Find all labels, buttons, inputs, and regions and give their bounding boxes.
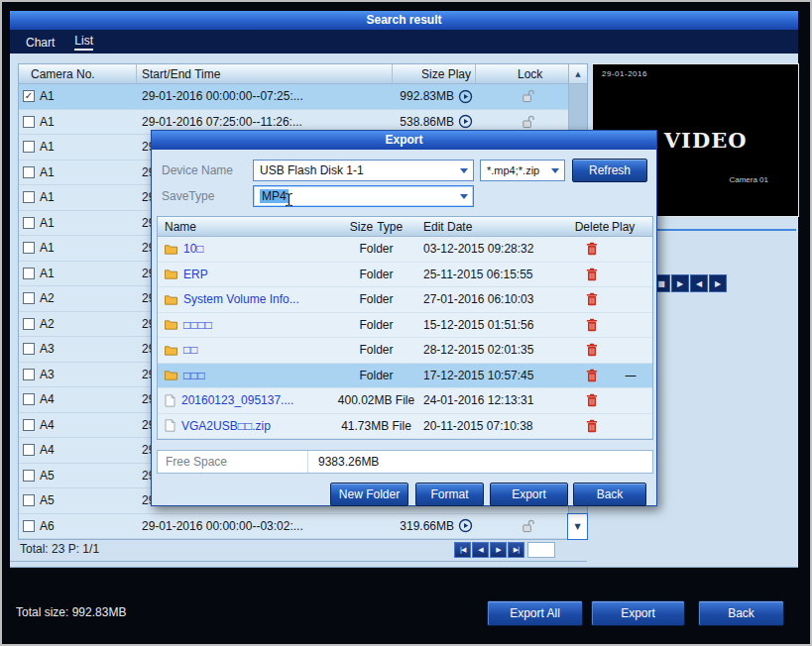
- row-checkbox[interactable]: [23, 191, 35, 203]
- size-type: 400.02MB File: [329, 393, 423, 407]
- file-icon: [165, 394, 175, 407]
- delete-icon[interactable]: [575, 393, 609, 407]
- row-checkbox[interactable]: [23, 419, 35, 431]
- scroll-up-icon[interactable]: ▲: [569, 64, 587, 84]
- camera-no: A1: [40, 216, 55, 230]
- size-type: Folder: [329, 242, 423, 256]
- row-checkbox[interactable]: [23, 369, 35, 380]
- new-folder-button[interactable]: New Folder: [330, 483, 408, 506]
- tab-chart[interactable]: Chart: [26, 36, 55, 51]
- play-icon[interactable]: [454, 518, 476, 533]
- folder-icon: [165, 269, 177, 279]
- col-edit-date: Edit Date: [423, 217, 575, 236]
- row-checkbox[interactable]: [23, 268, 35, 279]
- delete-icon[interactable]: [575, 292, 609, 306]
- file-row[interactable]: 10□Folder03-12-2015 09:28:32: [158, 237, 652, 263]
- start-end-time: 29-01-2016 00:00:00--07:25:...: [137, 89, 393, 103]
- first-page-button[interactable]: |◀: [454, 542, 471, 558]
- dialog-export-button[interactable]: Export: [490, 483, 568, 506]
- file-name: VGA2USB□□.zip: [181, 419, 271, 433]
- device-name-value: USB Flash Disk 1-1: [260, 163, 364, 177]
- row-checkbox[interactable]: [23, 116, 35, 128]
- camera-no: A1: [40, 89, 55, 103]
- file-row[interactable]: System Volume Info...Folder27-01-2016 06…: [158, 287, 652, 313]
- delete-icon[interactable]: [575, 369, 609, 382]
- file-row[interactable]: VGA2USB□□.zip41.73MB File20-11-2015 07:1…: [158, 414, 652, 440]
- last-page-button[interactable]: ▶|: [508, 542, 524, 558]
- file-row[interactable]: ERPFolder25-11-2015 06:15:55: [158, 263, 652, 288]
- row-checkbox[interactable]: [23, 494, 35, 506]
- pagination-buttons: |◀◀▶▶|: [454, 542, 524, 558]
- file-row[interactable]: □□□Folder17-12-2015 10:57:45—: [158, 364, 652, 389]
- lock-icon[interactable]: [476, 89, 568, 103]
- rewind-button[interactable]: ◀: [690, 274, 708, 292]
- export-dialog: Export Device Name USB Flash Disk 1-1 *.…: [151, 130, 657, 506]
- delete-icon[interactable]: [575, 268, 609, 281]
- scroll-down-icon[interactable]: ▼: [567, 513, 588, 540]
- camera-no: A1: [40, 190, 55, 204]
- video-camera-label: Camera 01: [729, 175, 768, 184]
- row-checkbox[interactable]: [23, 166, 35, 178]
- play-button[interactable]: ▶: [671, 274, 689, 292]
- file-filter-select[interactable]: *.mp4;*.zip: [480, 160, 565, 181]
- row-checkbox[interactable]: [23, 217, 35, 229]
- result-row[interactable]: A129-01-2016 00:00:00--07:25:...992.83MB: [19, 84, 568, 110]
- playback-controls: ■▶◀▶: [652, 274, 727, 292]
- camera-no: A4: [40, 418, 55, 432]
- row-checkbox[interactable]: [23, 393, 35, 405]
- result-row[interactable]: A629-01-2016 00:00:00--03:02:...319.66MB: [19, 514, 568, 540]
- row-checkbox[interactable]: [23, 242, 35, 254]
- back-button[interactable]: Back: [698, 600, 784, 626]
- play-icon[interactable]: [454, 89, 476, 104]
- results-header: Camera No. Start/End Time Size Play Lock: [19, 64, 568, 84]
- play-icon[interactable]: [454, 114, 476, 129]
- delete-icon[interactable]: [575, 242, 609, 256]
- camera-no: A1: [40, 165, 55, 179]
- tab-bar: Chart List: [10, 30, 798, 54]
- start-end-time: 29-01-2016 00:00:00--03:02:...: [137, 519, 393, 533]
- folder-icon: [165, 319, 177, 330]
- device-name-select[interactable]: USB Flash Disk 1-1: [253, 160, 474, 181]
- row-checkbox[interactable]: [23, 90, 35, 102]
- camera-no: A1: [40, 140, 55, 154]
- export-button[interactable]: Export: [591, 600, 685, 626]
- row-checkbox[interactable]: [23, 318, 35, 330]
- refresh-button[interactable]: Refresh: [572, 159, 647, 182]
- page-input[interactable]: [527, 542, 555, 558]
- dvr-screen: Search result Chart List Camera No. Star…: [0, 0, 812, 646]
- text-cursor-icon: [284, 192, 294, 210]
- next-page-button[interactable]: ▶: [490, 542, 507, 558]
- delete-icon[interactable]: [575, 419, 609, 433]
- delete-icon[interactable]: [575, 318, 609, 332]
- lock-icon[interactable]: [476, 115, 568, 129]
- row-checkbox[interactable]: [23, 141, 35, 153]
- camera-no: A1: [40, 241, 55, 255]
- lock-icon[interactable]: [476, 519, 568, 533]
- export-all-button[interactable]: Export All: [487, 600, 583, 626]
- row-checkbox[interactable]: [23, 444, 35, 456]
- file-row[interactable]: □□Folder28-12-2015 02:01:35: [158, 338, 652, 364]
- dialog-back-button[interactable]: Back: [573, 483, 646, 506]
- file-rows: 10□Folder03-12-2015 09:28:32ERPFolder25-…: [158, 237, 652, 439]
- camera-no: A5: [40, 469, 55, 483]
- camera-no: A4: [40, 443, 55, 457]
- free-space-label: Free Space: [158, 451, 308, 473]
- row-checkbox[interactable]: [23, 520, 35, 532]
- tab-list[interactable]: List: [74, 34, 93, 51]
- col-name: Name: [158, 217, 329, 236]
- row-checkbox[interactable]: [23, 343, 35, 355]
- delete-icon[interactable]: [575, 343, 609, 357]
- prev-page-button[interactable]: ◀: [472, 542, 489, 558]
- chevron-down-icon: [460, 194, 468, 199]
- total-size: Total size: 992.83MB: [16, 605, 126, 619]
- row-checkbox[interactable]: [23, 470, 35, 482]
- row-checkbox[interactable]: [23, 292, 35, 304]
- size-type: Folder: [329, 318, 423, 332]
- row-size: 992.83MB: [393, 89, 454, 103]
- file-table: Name Size Type Edit Date Delete Play 10□…: [157, 216, 653, 440]
- format-button[interactable]: Format: [415, 483, 484, 506]
- file-row[interactable]: 20160123_095137....400.02MB File24-01-20…: [158, 388, 652, 414]
- size-type: Folder: [329, 343, 423, 357]
- forward-button[interactable]: ▶: [709, 274, 727, 292]
- file-row[interactable]: □□□□Folder15-12-2015 01:51:56: [158, 313, 652, 339]
